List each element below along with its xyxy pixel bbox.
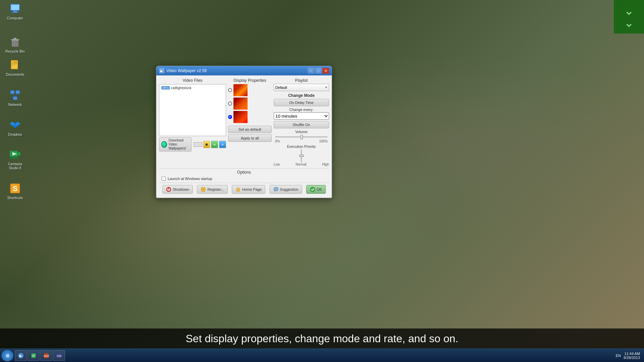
subtitle-text: Set display properties, change mode and … [186,333,459,345]
taskbar-start-button[interactable]: ⊞ [1,350,13,361]
thumbnail-list [228,84,272,123]
priority-slider-thumb[interactable] [299,155,304,157]
video-list-item[interactable]: MP4 catfightstock [160,85,225,90]
desktop-icon-documents[interactable]: Documents [2,56,29,79]
thumb-radio-2[interactable] [228,102,232,106]
shortcuts-icon: S [9,182,21,194]
home-page-button[interactable]: Home Page [232,185,265,194]
desktop-icon-shortcuts[interactable]: S Shortcuts [2,180,29,203]
suggestion-button[interactable]: Suggestion [270,185,302,194]
dropbox-icon-label: Dropbox [8,132,22,137]
thumb-radio-3[interactable] [228,115,232,119]
change-mode-header: Change Mode [274,93,329,98]
options-header: Options [159,170,329,175]
desktop-icon-dropbox[interactable]: Dropbox [2,116,29,139]
download-video-button[interactable]: ↓ Download VideoWallpapers! [159,137,192,152]
volume-section: Volume 0% 100% [274,130,329,143]
svg-line-19 [15,94,18,97]
dialog-close-button[interactable]: ✕ [322,68,329,74]
desktop-icon-recycle-bin[interactable]: Recycle Bin [2,33,29,56]
svg-line-7 [13,41,13,46]
options-section: Options Launch at Windows startup [159,168,329,181]
shutdown-label: Shutdown [173,187,189,191]
svg-rect-41 [274,187,278,191]
priority-normal-label: Normal [296,163,306,166]
video-list-area[interactable]: MP4 catfightstock [159,84,226,136]
dialog-minimize-button[interactable]: ─ [308,68,314,74]
system-tray: EN [616,354,621,358]
subtitle-bar: Set display properties, change mode and … [0,328,644,349]
taskbar-item-3[interactable]: WM [40,350,52,361]
svg-marker-40 [236,187,240,191]
toolbar-blue-btn[interactable]: + [219,141,226,148]
taskbar-item-2[interactable]: W [28,350,40,361]
video-wallpaper-dialog: ▶ Video Wallpaper v2.58 ─ □ ✕ Video File… [156,66,332,198]
top-right-widget[interactable]: ⌄ ⌄ [614,0,644,34]
on-delay-time-button[interactable]: On Delay Time [274,99,329,106]
execution-priority-section: Execution Priority Low Normal High [274,144,329,166]
download-btn-text: Download VideoWallpapers! [168,138,189,150]
register-icon [201,187,206,192]
dialog-title: Video Wallpaper v2.58 [166,68,308,73]
priority-slider-container: Low Normal High [274,149,329,166]
desktop-icon-camtasia[interactable]: CamtasiaStudio 8 [2,146,29,173]
launch-startup-checkbox[interactable] [162,177,166,181]
taskbar-clock: 11:44 AM 8/28/2013 [624,352,640,360]
interval-select[interactable]: 1 minute 5 minutes 10 minutes 30 minutes… [274,112,329,120]
chevron-down-icon: ⌄ [624,5,634,17]
register-button[interactable]: Register... [197,185,228,194]
thumbnail-row-2[interactable] [228,98,272,110]
desktop-icon-network[interactable]: Network [2,86,29,110]
thumbnail-row-1[interactable] [228,84,272,96]
playlist-select[interactable]: Default Playlist 1 Playlist 2 [274,84,329,91]
dialog-body: Video Files MP4 catfightstock ↓ Download… [156,75,332,198]
volume-slider-labels: 0% 100% [275,139,328,143]
taskbar-icon-4: VW [56,353,62,359]
taskbar-item-1[interactable]: ▶ [15,350,27,361]
shortcuts-icon-label: Shortcuts [7,196,23,200]
execution-priority-header: Execution Priority [274,144,329,148]
video-badge: MP4 [161,86,170,89]
computer-icon [9,3,21,15]
shuffle-button[interactable]: Shuffle On [274,121,329,128]
video-files-header: Video Files [159,78,226,83]
apply-to-all-button[interactable]: Apply to all [228,134,272,142]
video-filename: catfightstock [171,86,192,90]
home-icon [235,187,241,192]
shutdown-button[interactable]: Shutdown [162,185,193,194]
svg-rect-30 [233,84,248,96]
recycle-bin-icon-label: Recycle Bin [5,49,25,54]
dialog-maximize-button[interactable]: □ [315,68,322,74]
svg-rect-13 [12,64,15,65]
video-files-column: Video Files MP4 catfightstock ↓ Download… [159,78,226,167]
language-indicator: EN [616,354,621,358]
camtasia-icon-label: CamtasiaStudio 8 [8,162,22,170]
volume-header: Volume [274,130,329,134]
volume-max-label: 100% [319,139,328,143]
svg-line-9 [17,41,17,46]
dialog-columns: Video Files MP4 catfightstock ↓ Download… [159,78,329,167]
recycle-bin-icon [9,36,21,48]
svg-point-33 [235,98,242,105]
volume-min-label: 0% [275,139,280,143]
desktop-icon-computer[interactable]: Computer [2,0,29,23]
toolbar-yellow-btn[interactable]: ■ [203,141,210,148]
volume-slider-thumb[interactable] [300,135,303,139]
svg-text:S: S [13,184,18,193]
ok-button[interactable]: OK [306,185,326,194]
svg-rect-1 [11,5,19,10]
thumb-radio-1[interactable] [228,88,232,92]
taskbar: ⊞ ▶ W WM [0,349,644,362]
taskbar-right: EN 11:44 AM 8/28/2013 [613,352,643,360]
taskbar-item-4[interactable]: VW [53,350,65,361]
thumbnail-row-3[interactable] [228,111,272,123]
interval-select-wrapper: 1 minute 5 minutes 10 minutes 30 minutes… [274,112,329,121]
thumbnail-3 [233,111,248,123]
svg-line-18 [12,94,15,97]
suggestion-label: Suggestion [280,187,299,191]
svg-text:WM: WM [44,354,49,358]
playlist-header: Playlist [274,78,329,83]
taskbar-time-display: 11:44 AM [624,352,640,356]
toolbar-green-btn[interactable]: + [211,141,218,148]
set-as-default-button[interactable]: Set as default [228,126,272,133]
